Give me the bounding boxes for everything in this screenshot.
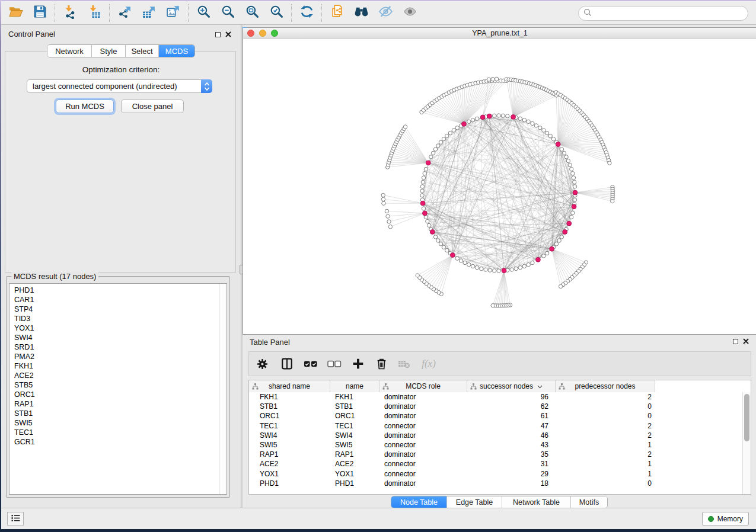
import-network-button[interactable] [60,4,79,23]
table-cell[interactable]: dominator [379,393,467,401]
table-cell[interactable]: FKH1 [330,393,379,401]
graph-node[interactable] [429,155,433,159]
graph-node[interactable] [564,155,568,159]
graph-node[interactable] [471,264,474,268]
optimization-criterion-select[interactable]: largest connected component (undirected) [27,79,212,93]
graph-node[interactable] [531,261,534,264]
graph-hub-node[interactable] [572,204,576,209]
graph-node[interactable] [448,131,452,134]
table-cell[interactable]: 2 [556,393,655,401]
share-document-button[interactable] [327,4,346,23]
graph-hub-node[interactable] [450,253,455,258]
settings-gear-button[interactable] [249,352,275,376]
table-cell[interactable]: connector [379,441,467,449]
table-cell[interactable]: 0 [556,402,655,411]
graph-node[interactable] [442,245,445,249]
result-node-item[interactable]: RAP1 [9,399,218,409]
graph-node[interactable] [439,242,442,246]
tab-style[interactable]: Style [92,45,126,57]
table-cell[interactable]: SWI4 [330,431,379,440]
table-cell[interactable]: PHD1 [249,479,330,488]
graph-node[interactable] [527,120,530,123]
table-cell[interactable]: 18 [467,479,556,488]
tab-network[interactable]: Network [47,45,92,57]
result-node-item[interactable]: TEC1 [9,428,218,437]
graph-node[interactable] [562,151,566,155]
import-table-button[interactable] [85,4,104,23]
export-network-button[interactable] [115,4,134,23]
float-panel-icon[interactable] [215,32,221,37]
graph-node[interactable] [538,126,542,130]
scrollbar-thumb[interactable] [744,394,749,441]
table-row[interactable]: SWI4SWI4dominator462 [249,431,742,440]
graph-node[interactable] [559,284,562,288]
open-file-button[interactable] [6,4,25,23]
export-table-button[interactable] [139,4,158,23]
graph-node[interactable] [445,248,449,252]
result-node-item[interactable]: STB1 [9,409,218,418]
result-node-item[interactable]: STB5 [9,380,218,390]
graph-node[interactable] [452,129,455,132]
graph-node[interactable] [387,220,391,223]
graph-node[interactable] [542,254,546,258]
graph-node[interactable] [436,239,440,242]
result-node-item[interactable]: SWI5 [9,418,218,428]
table-cell[interactable]: YOX1 [249,470,330,478]
graph-node[interactable] [423,171,426,175]
graph-node[interactable] [527,262,530,266]
graph-node[interactable] [522,264,526,268]
mcds-result-list[interactable]: PHD1CAR1STP4TID3YOX1SWI4SRD1PMA2FKH1ACE2… [9,283,227,495]
result-node-item[interactable]: TID3 [9,314,218,323]
result-list-scrollbar[interactable] [219,284,227,494]
table-row[interactable]: TEC1TEC1connector472 [249,421,742,431]
graph-node[interactable] [554,242,558,246]
graph-node[interactable] [568,163,572,166]
delete-row-button[interactable] [370,352,393,376]
graph-node[interactable] [433,148,437,151]
table-cell[interactable]: PHD1 [330,479,379,488]
graph-node[interactable] [531,121,534,125]
table-cell[interactable]: 1 [556,441,655,449]
graph-hub-node[interactable] [563,230,567,235]
graph-node[interactable] [420,194,424,197]
result-node-item[interactable]: SWI4 [9,333,218,342]
node-table[interactable]: shared namenameMCDS rolesuccessor nodesp… [248,380,751,495]
result-node-item[interactable]: GCR1 [9,437,218,447]
graph-node[interactable] [506,114,509,118]
graph-node[interactable] [442,137,445,141]
table-row[interactable]: ORC1ORC1dominator610 [249,411,742,421]
table-cell[interactable]: TEC1 [330,422,379,430]
table-cell[interactable]: SWI5 [249,441,330,449]
graph-node[interactable] [445,134,449,137]
export-image-button[interactable] [164,4,183,23]
graph-hub-node[interactable] [511,115,516,120]
table-cell[interactable]: ACE2 [249,460,330,468]
graph-hub-node[interactable] [550,246,554,251]
graph-hub-node[interactable] [502,268,506,273]
result-node-item[interactable]: CAR1 [9,295,218,305]
search-input[interactable] [592,9,748,18]
tab-motifs[interactable]: Motifs [571,496,607,508]
table-cell[interactable]: 0 [556,412,655,420]
table-vertical-scrollbar[interactable] [742,392,751,494]
table-cell[interactable]: ORC1 [249,412,330,420]
graph-node[interactable] [569,215,573,219]
table-row[interactable]: PHD1PHD1dominator180 [249,479,742,488]
table-cell[interactable]: dominator [379,450,467,459]
table-cell[interactable]: SWI5 [330,441,379,449]
table-cell[interactable]: 29 [467,470,556,478]
graph-hub-node[interactable] [426,161,430,165]
result-node-item[interactable]: PHD1 [9,286,218,295]
table-cell[interactable]: 47 [467,422,556,430]
column-header-shared-name[interactable]: shared name [249,380,330,392]
graph-node[interactable] [426,219,429,223]
zoom-in-button[interactable] [194,4,213,23]
tab-edge-table[interactable]: Edge Table [447,496,502,508]
show-columns-button[interactable] [275,352,299,376]
tab-node-table[interactable]: Node Table [391,496,447,508]
table-cell[interactable]: ACE2 [330,460,379,468]
table-row[interactable]: SWI5SWI5connector431 [249,440,742,450]
graph-node[interactable] [572,176,575,180]
table-cell[interactable]: 1 [556,460,655,468]
graph-node[interactable] [560,235,563,239]
